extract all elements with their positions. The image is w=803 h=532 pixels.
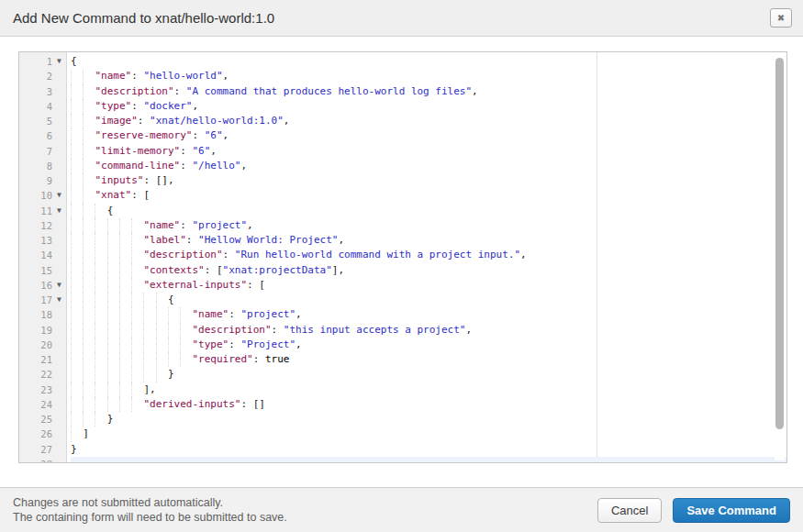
line-number: 22 (19, 367, 52, 382)
line-number: 23 (19, 382, 52, 397)
indent-guide (180, 338, 181, 352)
indent-guide (95, 367, 95, 382)
indent-guide (71, 204, 72, 218)
indent-guide (119, 293, 120, 307)
code-line[interactable]: } (71, 367, 786, 382)
indent-guide (71, 263, 72, 278)
code-line[interactable]: "image": "xnat/hello-world:1.0", (71, 114, 786, 128)
gutter-line: 18 (19, 307, 66, 322)
indent-guide (83, 188, 84, 203)
line-number: 1 (19, 54, 52, 69)
code-line[interactable]: "type": "docker", (71, 99, 786, 114)
indent-guide (83, 128, 84, 143)
line-number: 6 (19, 128, 52, 143)
line-number: 3 (19, 84, 52, 99)
indent-guide (83, 218, 84, 233)
indent-guide (119, 382, 120, 397)
code-line[interactable]: "label": "Hellow World: Project", (71, 233, 786, 248)
indent-guide (83, 382, 84, 397)
indent-guide (143, 352, 144, 367)
indent-guide (119, 278, 120, 293)
gutter-line: 28 (19, 457, 66, 462)
indent-guide (95, 382, 95, 397)
code-line[interactable]: "command-line": "/hello", (71, 159, 786, 173)
gutter-line: 14 (19, 248, 66, 262)
indent-guide (107, 263, 108, 278)
indent-guide (107, 382, 108, 397)
fold-arrow-icon[interactable]: ▼ (52, 278, 66, 293)
editor-code-area[interactable]: { "name": "hello-world", "description": … (67, 52, 786, 462)
close-button[interactable]: ✖ (770, 8, 792, 28)
code-line[interactable]: "name": "project", (71, 307, 786, 322)
fold-arrow-icon[interactable]: ▼ (52, 54, 66, 69)
save-command-button[interactable]: Save Command (673, 498, 790, 523)
code-line[interactable]: } (71, 442, 786, 457)
indent-guide (83, 144, 84, 159)
indent-guide (107, 278, 108, 293)
indent-guide (71, 352, 72, 367)
code-line[interactable]: { (71, 293, 786, 307)
code-line[interactable]: "external-inputs": [ (71, 278, 786, 293)
code-line[interactable]: ] (71, 427, 786, 441)
fold-arrow-icon[interactable]: ▼ (52, 293, 66, 307)
code-line[interactable]: "reserve-memory": "6", (71, 128, 786, 143)
gutter-line: 19 (19, 323, 66, 338)
gutter-line: 1▼ (19, 54, 66, 69)
gutter-line: 23 (19, 382, 66, 397)
dialog-title: Add New Command to xnat/hello-world:1.0 (13, 10, 770, 26)
indent-guide (119, 352, 120, 367)
indent-guide (95, 293, 95, 307)
indent-guide (131, 367, 132, 382)
line-number: 19 (19, 323, 52, 338)
gutter-line: 7 (19, 144, 66, 159)
line-number: 11 (19, 204, 52, 218)
indent-guide (83, 307, 84, 322)
code-line[interactable]: "description": "Run hello-world command … (71, 248, 786, 262)
line-number: 2 (19, 69, 52, 83)
code-line[interactable]: { (71, 204, 786, 218)
code-line[interactable]: "type": "Project", (71, 338, 786, 352)
indent-guide (143, 323, 144, 338)
code-line[interactable]: "description": "A command that produces … (71, 84, 786, 99)
code-line[interactable]: "name": "project", (71, 218, 786, 233)
fold-arrow-icon[interactable]: ▼ (52, 188, 66, 203)
code-line[interactable]: ], (71, 382, 786, 397)
indent-guide (71, 293, 72, 307)
dialog-body: 1▼2345678910▼11▼1213141516▼17▼1819202122… (0, 37, 803, 487)
code-line[interactable]: "xnat": [ (71, 188, 786, 203)
code-line[interactable]: "limit-memory": "6", (71, 144, 786, 159)
scrollbar-thumb[interactable] (775, 58, 784, 429)
gutter-line: 6 (19, 128, 66, 143)
cancel-button[interactable]: Cancel (597, 498, 662, 523)
code-line[interactable]: } (71, 412, 786, 427)
gutter-line: 17▼ (19, 293, 66, 307)
code-line[interactable]: "description": "this input accepts a pro… (71, 323, 786, 338)
footer-actions: Cancel Save Command (597, 498, 790, 523)
indent-guide (71, 412, 72, 427)
gutter-line: 12 (19, 218, 66, 233)
footer-notes: Changes are not submitted automatically.… (13, 495, 287, 525)
indent-guide (83, 204, 84, 218)
code-line[interactable]: "inputs": [], (71, 173, 786, 188)
line-number: 18 (19, 307, 52, 322)
gutter-line: 25 (19, 412, 66, 427)
gutter-line: 22 (19, 367, 66, 382)
code-line-active[interactable] (71, 457, 786, 462)
code-line[interactable]: "contexts": ["xnat:projectData"], (71, 263, 786, 278)
fold-arrow-icon[interactable]: ▼ (52, 204, 66, 218)
code-line[interactable]: "derived-inputs": [] (71, 397, 786, 412)
close-icon: ✖ (777, 14, 785, 23)
indent-guide (156, 323, 157, 338)
code-line[interactable]: "required": true (71, 352, 786, 367)
editor-scrollbar[interactable] (775, 54, 785, 460)
line-number: 26 (19, 427, 52, 441)
indent-guide (95, 204, 95, 218)
indent-guide (107, 218, 108, 233)
indent-guide (95, 307, 95, 322)
gutter-line: 4 (19, 99, 66, 114)
indent-guide (119, 307, 120, 322)
json-code-editor[interactable]: 1▼2345678910▼11▼1213141516▼17▼1819202122… (18, 51, 787, 463)
code-line[interactable]: { (71, 54, 786, 69)
code-line[interactable]: "name": "hello-world", (71, 69, 786, 83)
line-number: 14 (19, 248, 52, 262)
